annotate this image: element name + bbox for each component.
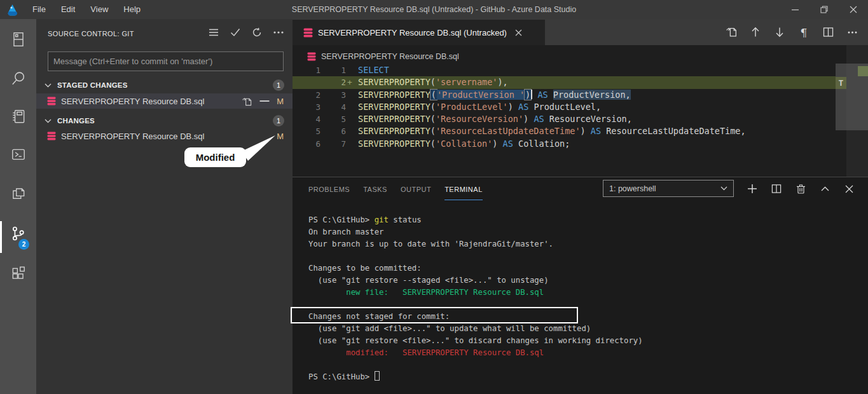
commit-check-icon[interactable] bbox=[230, 28, 240, 37]
panel-actions bbox=[740, 177, 861, 200]
open-file-icon[interactable] bbox=[242, 96, 252, 107]
code-line[interactable]: 67SERVERPROPERTY('Collation') AS Collati… bbox=[293, 138, 868, 150]
previous-change-icon[interactable] bbox=[743, 19, 768, 45]
code-line[interactable]: 56SERVERPROPERTY('ResourceLastUpdateDate… bbox=[293, 125, 868, 137]
diff-header-filename: SERVERPROPERTY Resource DB.sql bbox=[321, 52, 459, 61]
code-line[interactable]: 11SELECT bbox=[293, 64, 868, 76]
terminal-line: Changes not staged for commit: bbox=[308, 311, 643, 323]
code-line[interactable]: 2+SERVERPROPERTY('servername'), bbox=[293, 76, 836, 88]
code-area[interactable]: 11SELECT2+SERVERPROPERTY('servername'),2… bbox=[293, 64, 868, 150]
commit-message-input[interactable] bbox=[48, 51, 284, 71]
sql-file-icon bbox=[47, 97, 56, 105]
chevron-down-icon bbox=[45, 83, 52, 88]
window-controls bbox=[780, 0, 868, 19]
list-icon[interactable] bbox=[209, 28, 219, 37]
changed-file-row[interactable]: SERVERPROPERTY Resource DB.sql M bbox=[36, 128, 293, 144]
unstage-minus-icon[interactable] bbox=[259, 100, 270, 102]
connections-icon[interactable] bbox=[0, 24, 36, 55]
sidebar-actions bbox=[209, 27, 284, 37]
editor-scrollbar[interactable] bbox=[836, 64, 846, 130]
extensions-icon[interactable] bbox=[0, 258, 36, 289]
terminal-line: new file: SERVERPROPERTY Resource DB.sql bbox=[308, 287, 643, 299]
azure-data-studio-window: FileEditViewHelp SERVERPROPERTY Resource… bbox=[0, 0, 868, 394]
editor-tab-strip: SERVERPROPERTY Resource DB.sql (Untracke… bbox=[293, 19, 868, 45]
panel-tab-problems[interactable]: PROBLEMS bbox=[308, 180, 350, 200]
scm-count-badge: 2 bbox=[18, 239, 29, 250]
terminal-line: PS C:\GitHub> git status bbox=[308, 214, 643, 226]
bottom-panel: PROBLEMSTASKSOUTPUTTERMINAL 1: powershel… bbox=[293, 177, 868, 394]
more-actions-icon[interactable] bbox=[840, 19, 864, 45]
code-line[interactable]: 34SERVERPROPERTY('ProductLevel') AS Prod… bbox=[293, 101, 868, 113]
powershell-icon[interactable] bbox=[0, 139, 36, 170]
terminal-select[interactable]: 1: powershell bbox=[603, 180, 734, 197]
close-window-icon[interactable] bbox=[839, 0, 868, 19]
sql-file-icon bbox=[303, 28, 313, 37]
terminal-select-value: 1: powershell bbox=[609, 184, 656, 193]
next-change-icon[interactable] bbox=[768, 19, 792, 45]
close-panel-icon[interactable] bbox=[837, 177, 861, 200]
tab-title: SERVERPROPERTY Resource DB.sql (Untracke… bbox=[318, 28, 507, 37]
modified-annotation-callout: Modified bbox=[184, 147, 246, 167]
terminal-output[interactable]: PS C:\GitHub> git statusOn branch master… bbox=[308, 214, 643, 383]
search-icon[interactable] bbox=[0, 63, 36, 93]
activity-bar: 2 bbox=[0, 19, 36, 394]
editor-tab[interactable]: SERVERPROPERTY Resource DB.sql (Untracke… bbox=[293, 20, 545, 45]
terminal-line: modified: SERVERPROPERTY Resource DB.sql bbox=[308, 347, 643, 359]
changes-header[interactable]: CHANGES 1 bbox=[36, 113, 293, 128]
menu-view[interactable]: View bbox=[83, 0, 116, 19]
panel-tabs: PROBLEMSTASKSOUTPUTTERMINAL bbox=[308, 180, 483, 200]
terminal-line: (use "git add <file>..." to update what … bbox=[308, 323, 643, 335]
chevron-down-icon bbox=[45, 119, 52, 123]
terminal-line bbox=[308, 359, 643, 371]
sql-file-icon bbox=[307, 52, 316, 61]
editor-toolbar: ¶ bbox=[719, 19, 864, 45]
menu-help[interactable]: Help bbox=[116, 0, 148, 19]
whitespace-pilcrow-icon[interactable]: ¶ bbox=[792, 19, 816, 45]
active-view-indicator bbox=[0, 221, 2, 253]
terminal-line bbox=[308, 250, 643, 262]
terminal-line bbox=[308, 299, 643, 311]
modified-status-badge: M bbox=[277, 97, 284, 106]
split-terminal-icon[interactable] bbox=[764, 177, 789, 200]
staged-file-name: SERVERPROPERTY Resource DB.sql bbox=[61, 97, 204, 106]
source-control-sidebar: SOURCE CONTROL: GIT bbox=[36, 19, 293, 394]
open-file-icon[interactable] bbox=[719, 19, 743, 45]
terminal-line: (use "git restore --staged <file>..." to… bbox=[308, 275, 643, 287]
terminal-line: On branch master bbox=[308, 226, 643, 238]
minimize-icon[interactable] bbox=[780, 0, 809, 19]
diff-editor-header: SERVERPROPERTY Resource DB.sql bbox=[307, 50, 459, 63]
menu-bar: FileEditViewHelp bbox=[25, 0, 148, 19]
refresh-icon[interactable] bbox=[252, 27, 262, 37]
panel-tab-tasks[interactable]: TASKS bbox=[363, 180, 387, 200]
split-editor-icon[interactable] bbox=[816, 19, 840, 45]
terminal-line: Changes to be committed: bbox=[308, 262, 643, 275]
copy-icon[interactable] bbox=[0, 177, 36, 208]
new-terminal-icon[interactable] bbox=[740, 177, 764, 200]
panel-tab-terminal[interactable]: TERMINAL bbox=[444, 180, 483, 200]
minimap-added-marker bbox=[858, 66, 868, 76]
terminal-line: (use "git restore <file>..." to discard … bbox=[308, 335, 643, 347]
terminal-line: PS C:\GitHub> bbox=[308, 371, 643, 383]
close-tab-icon[interactable] bbox=[515, 29, 522, 36]
code-line[interactable]: 45SERVERPROPERTY('ResourceVersion') AS R… bbox=[293, 113, 868, 125]
notebook-icon[interactable] bbox=[0, 101, 36, 132]
more-icon[interactable] bbox=[273, 31, 284, 34]
terminal-line: Your branch is up to date with 'Rajendra… bbox=[308, 238, 643, 250]
code-line[interactable]: 23SERVERPROPERTY('ProductVersion ') AS P… bbox=[293, 89, 868, 101]
staged-changes-header[interactable]: STAGED CHANGES 1 bbox=[36, 78, 293, 93]
staged-count-badge: 1 bbox=[273, 79, 284, 91]
kill-terminal-trash-icon[interactable] bbox=[789, 177, 813, 200]
maximize-panel-chevron-up-icon[interactable] bbox=[813, 177, 837, 200]
title-bar: FileEditViewHelp SERVERPROPERTY Resource… bbox=[0, 0, 868, 19]
sidebar-title: SOURCE CONTROL: GIT bbox=[48, 30, 134, 37]
chevron-down-icon bbox=[720, 186, 727, 191]
restore-icon[interactable] bbox=[809, 0, 839, 19]
staged-file-row[interactable]: SERVERPROPERTY Resource DB.sql M bbox=[36, 93, 293, 109]
modified-status-badge: M bbox=[277, 132, 284, 141]
minimap-text-glyph: T bbox=[836, 77, 846, 89]
diff-editor[interactable]: SERVERPROPERTY Resource DB.sql 11SELECT2… bbox=[293, 45, 868, 177]
panel-tab-output[interactable]: OUTPUT bbox=[401, 180, 431, 200]
menu-edit[interactable]: Edit bbox=[53, 0, 83, 19]
sql-file-icon bbox=[47, 132, 56, 140]
menu-file[interactable]: File bbox=[25, 0, 53, 19]
